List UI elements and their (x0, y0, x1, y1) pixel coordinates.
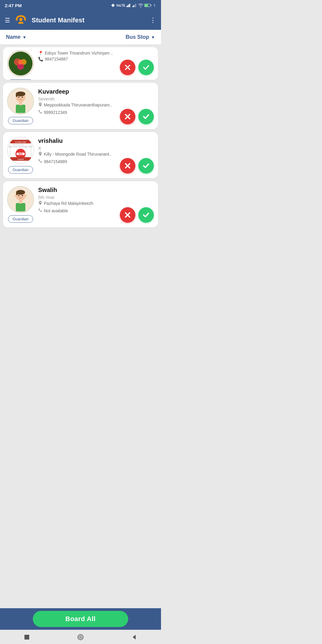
student-list: Guardian 📍 Edsys Tower Trivandrum Vizhin… (0, 45, 161, 251)
kuvardeep-phone-icon (38, 109, 42, 115)
status-bar: 2:47 PM VoLTE 40 (0, 0, 161, 11)
vrishaliu-guardian-button[interactable]: Guardian (8, 166, 33, 174)
student-card-kuvardeep: Guardian Kuvardeep Seventh Meppookkada T… (3, 83, 158, 129)
svg-marker-12 (154, 3, 155, 7)
status-icons: VoLTE 40 (111, 3, 156, 7)
filter-bar: Name ▼ Bus Stop ▼ (0, 30, 161, 45)
swalih-avatar (7, 186, 34, 213)
svg-rect-0 (126, 6, 127, 7)
svg-point-23 (18, 97, 19, 98)
kuvardeep-avatar-image (9, 89, 32, 113)
partial-guardian-button[interactable]: Guardian (8, 79, 33, 80)
kuvardeep-grade: Seventh (38, 96, 154, 101)
swalih-phone-icon (38, 208, 42, 213)
svg-point-43 (18, 195, 19, 196)
vrishaliu-approve-button[interactable] (138, 158, 154, 174)
partial-address: 📍 Edsys Tower Trivandrum Vizhinjam .. (38, 51, 154, 55)
kuvardeep-action-btns (120, 109, 154, 124)
bus-stop-filter[interactable]: Bus Stop ▼ (126, 34, 155, 40)
kuvardeep-approve-button[interactable] (138, 109, 154, 124)
svg-rect-6 (134, 4, 135, 7)
more-options-icon[interactable]: ⋮ (150, 16, 156, 24)
swalih-reject-button[interactable] (120, 207, 135, 223)
kuvardeep-avatar (7, 88, 34, 114)
swalih-avatar-wrap: Guardian (7, 186, 34, 223)
kuvardeep-reject-button[interactable] (120, 109, 135, 124)
name-filter-label: Name (6, 34, 21, 40)
swalih-approve-icon (142, 211, 150, 219)
battery-icon: 40 (144, 3, 151, 7)
bus-stop-chevron-icon: ▼ (151, 35, 155, 40)
svg-rect-46 (19, 200, 22, 204)
svg-rect-26 (19, 102, 22, 105)
svg-rect-1 (127, 5, 128, 7)
svg-rect-9 (151, 5, 151, 6)
signal2-icon (132, 3, 137, 7)
logo-icon (14, 14, 27, 27)
partial-student-card: Guardian 📍 Edsys Tower Trivandrum Vizhin… (3, 47, 158, 80)
svg-rect-4 (132, 6, 133, 7)
vrishaliu-location-icon (38, 152, 42, 157)
swalih-reject-icon (123, 211, 132, 219)
kuvardeep-location-icon (38, 103, 42, 108)
swalih-address: Pazhaya Rd Malayinkeezh (38, 201, 154, 207)
partial-approve-button[interactable] (138, 60, 154, 75)
svg-text:Type your message here.: Type your message here. (9, 145, 32, 148)
swalih-guardian-button[interactable]: Guardian (8, 215, 33, 223)
svg-rect-25 (16, 105, 25, 113)
vrishaliu-action-btns (120, 158, 154, 174)
partial-avatar-image (9, 52, 32, 75)
reject-icon (123, 63, 132, 72)
svg-point-24 (22, 97, 23, 98)
signal-icon (126, 3, 131, 7)
student-card-vrishaliu: Type your message here. NO Content title… (3, 132, 158, 178)
partial-avatar-wrap: Guardian (7, 50, 34, 80)
vrishaliu-avatar-image: Type your message here. NO Content title… (9, 138, 32, 162)
partial-reject-button[interactable] (120, 60, 135, 75)
swalih-grade: 5th Year (38, 195, 154, 200)
svg-rect-7 (135, 4, 136, 7)
svg-text:Content title: Content title (15, 141, 26, 143)
svg-rect-22 (16, 94, 18, 97)
status-time: 2:47 PM (5, 3, 22, 8)
phone-icon: 📞 (38, 57, 43, 61)
name-chevron-icon: ▼ (22, 35, 27, 40)
svg-text:40: 40 (145, 5, 147, 7)
volte-icon: VoLTE (116, 4, 125, 7)
svg-point-48 (24, 195, 27, 197)
kuvardeep-guardian-button[interactable]: Guardian (8, 117, 33, 124)
navigation-icon (111, 3, 115, 7)
vrishaliu-avatar-wrap: Type your message here. NO Content title… (7, 137, 34, 174)
svg-text:NO: NO (18, 152, 23, 155)
vrishaliu-approve-icon (142, 162, 150, 170)
vrishaliu-reject-button[interactable] (120, 158, 135, 174)
vrishaliu-reject-icon (123, 162, 132, 170)
vrishaliu-name: vrishaliu (38, 137, 154, 144)
svg-rect-3 (129, 4, 130, 7)
kuvardeep-name: Kuvardeep (38, 88, 154, 95)
app-header: ☰ Student Manifest ⋮ (0, 11, 161, 30)
menu-icon[interactable]: ☰ (5, 17, 10, 24)
student-card-swalih: Guardian Swalih 5th Year Pazhaya Rd Mala… (3, 181, 158, 227)
vrishaliu-grade: X (38, 145, 154, 151)
name-filter[interactable]: Name ▼ (6, 34, 27, 40)
swalih-avatar-image (9, 188, 32, 211)
vrishaliu-avatar: Type your message here. NO Content title… (7, 137, 34, 164)
kuvardeep-reject-icon (123, 112, 132, 121)
partial-action-btns (120, 60, 154, 75)
partial-avatar (7, 50, 34, 77)
swalih-approve-button[interactable] (138, 207, 154, 223)
swalih-action-btns (120, 207, 154, 223)
vrishaliu-phone-icon (38, 159, 42, 164)
bus-stop-filter-label: Bus Stop (126, 34, 149, 40)
location-icon: 📍 (38, 51, 43, 55)
app-logo (14, 14, 27, 27)
svg-rect-45 (16, 203, 25, 211)
swalih-name: Swalih (38, 187, 154, 193)
svg-rect-5 (133, 5, 134, 7)
svg-rect-2 (129, 4, 129, 7)
svg-point-18 (18, 60, 23, 64)
vrishaliu-address: Killy - Moongode Road Thiruvanant.. (38, 152, 154, 157)
svg-point-47 (15, 195, 17, 197)
kuvardeep-approve-icon (142, 112, 150, 121)
